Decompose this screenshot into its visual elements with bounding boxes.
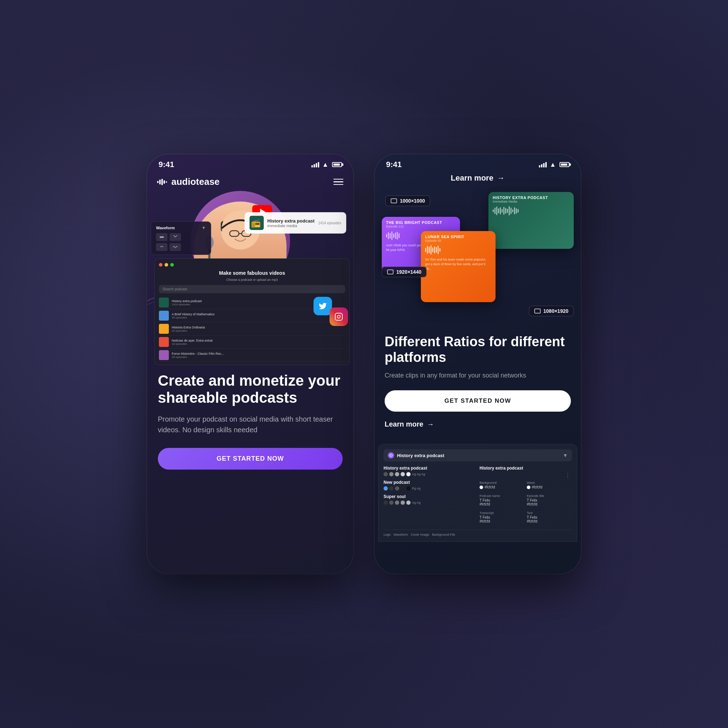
card-lunar-name: Lunar Sea Spirit xyxy=(425,235,491,239)
search-bar[interactable]: Search podcast xyxy=(159,285,345,293)
panel-header-text: History extra podcast xyxy=(397,453,560,458)
arrow-icon-top: → xyxy=(497,173,505,183)
app-title: Make some fabulous videos xyxy=(159,270,345,276)
podcast-title: History extra podcast xyxy=(267,218,315,223)
screen-icon-1920 xyxy=(387,269,393,274)
hero-image-area: 📻 History extra podcast immediate media … xyxy=(147,194,353,344)
tab-cover-image[interactable]: Cover Image xyxy=(411,533,430,537)
crop-btn[interactable] xyxy=(170,233,181,241)
time-left: 9:41 xyxy=(159,160,174,169)
battery-icon xyxy=(332,162,342,167)
svg-rect-1 xyxy=(159,179,161,185)
color-dots-2: Pg Ag xyxy=(384,486,476,491)
podcast-name-label: Podcast name xyxy=(480,494,525,498)
app-subtitle: Choose a podcast or upload an mp3 xyxy=(159,278,345,281)
bg-label: Background xyxy=(480,481,525,485)
podcast-thumb-image: 📻 xyxy=(249,216,264,230)
panel-col-2: History extra podcast ⋮ Background #fcfc… xyxy=(480,466,572,526)
dim-text-1000: 1000×1000 xyxy=(400,198,425,204)
right-phone: 9:41 ▲ Learn more → 1000×1000 xyxy=(375,154,581,574)
list-info-5: Force Misionère - Classic Film Rec... 49… xyxy=(172,352,345,359)
text-val: T Felix#fcfcfd xyxy=(527,515,572,523)
arrow-icon-bottom: → xyxy=(427,420,434,428)
learn-more-label-top: Learn more xyxy=(451,173,493,183)
history-podcast-label-2: History extra podcast xyxy=(480,466,572,471)
status-icons-left: ▲ xyxy=(311,161,342,168)
list-thumb-5 xyxy=(159,350,169,360)
window-dots xyxy=(159,263,345,267)
format-cards-area: 1000×1000 History Extra Podcast Immediat… xyxy=(378,188,577,323)
tab-waveform[interactable]: Waveform xyxy=(393,533,408,537)
podcast-info: History extra podcast immediate media xyxy=(267,218,315,228)
dim-text-1080: 1080×1920 xyxy=(543,308,568,314)
podcast-subtitle: immediate media xyxy=(267,223,315,228)
panel-two-col: History extra podcast Ag Ag Ag New podca… xyxy=(384,466,572,526)
svg-point-18 xyxy=(337,315,340,318)
card-history-waveform xyxy=(492,205,569,216)
wave-val: #fcfcfd xyxy=(532,485,542,489)
svg-text:📻: 📻 xyxy=(251,218,261,228)
list-info-3: Historia Extra Ordinaria 20 episodes xyxy=(172,326,345,332)
card-big-bright-name: The Big Bright Podcast xyxy=(386,220,456,225)
learn-more-bottom[interactable]: Learn more → xyxy=(385,420,571,428)
status-bar-right: 9:41 ▲ xyxy=(375,154,581,173)
logo-wave-icon xyxy=(157,178,168,186)
waveform-label: Waveform xyxy=(156,226,175,230)
panel-dropdown-icon[interactable]: ▼ xyxy=(563,453,568,458)
logo-text: audiotease xyxy=(171,176,220,187)
svg-rect-0 xyxy=(157,181,159,183)
card-lunar: Lunar Sea Spirit Episode 45 So Tom and h… xyxy=(421,231,496,302)
learn-more-header[interactable]: Learn more → xyxy=(375,173,581,188)
episode-title-val: T Felix#fcfcfd xyxy=(527,499,572,506)
transcript-val: T Felix#fcfcfd xyxy=(480,515,525,523)
cta-button-left[interactable]: GET STARTED NOW xyxy=(158,448,343,470)
bg-val: #fcfcfd xyxy=(485,485,495,489)
right-phone-text: Different Ratios for different platforms… xyxy=(375,323,581,444)
panel-podcast-icon xyxy=(388,452,394,459)
svg-point-19 xyxy=(341,315,341,315)
list-thumb-4 xyxy=(159,337,169,347)
right-headline: Different Ratios for different platforms xyxy=(385,334,571,365)
podcast-name-field: Podcast name T Felix#fcfcfd xyxy=(480,494,525,506)
hamburger-menu[interactable] xyxy=(333,179,343,185)
left-phone: 9:41 ▲ xyxy=(147,154,353,574)
signal-icon xyxy=(311,162,319,167)
history-podcast-label: History extra podcast xyxy=(384,466,476,471)
card-big-bright-episode: Episode 121 xyxy=(386,225,456,228)
transcript-field: Transcript T Felix#fcfcfd xyxy=(480,511,525,523)
new-podcast-label: New podcast xyxy=(384,480,476,485)
instagram-icon[interactable] xyxy=(329,307,348,326)
list-info-4: Noticias de ayer. Extra extrat 18 episod… xyxy=(172,339,345,346)
bottom-panel: History extra podcast ▼ History extra po… xyxy=(378,444,577,542)
list-item: Historia Extra Ordinaria 20 episodes xyxy=(159,323,345,336)
podcast-thumbnail: 📻 xyxy=(249,216,264,230)
instagram-svg xyxy=(335,312,343,321)
svg-rect-3 xyxy=(164,180,165,184)
cta-button-right[interactable]: GET STARTED NOW xyxy=(385,390,571,411)
card-history: History Extra Podcast Immediate Media xyxy=(488,192,574,249)
list-thumb-1 xyxy=(159,298,169,307)
dot-red xyxy=(159,263,162,267)
super-soul-label: Super soul xyxy=(384,494,476,499)
nav-header: audiotease xyxy=(147,169,353,194)
tab-logo[interactable]: Logo xyxy=(384,533,391,537)
text-field: Text T Felix#fcfcfd xyxy=(527,511,572,523)
list-thumb-2 xyxy=(159,310,169,321)
svg-rect-17 xyxy=(335,313,342,320)
time-right: 9:41 xyxy=(386,160,402,169)
phones-container: 9:41 ▲ xyxy=(147,154,581,574)
panel-header[interactable]: History extra podcast ▼ xyxy=(384,449,572,461)
waveform-dropdown[interactable]: ▼ xyxy=(202,225,206,230)
main-headline: Create and monetize your shareable podca… xyxy=(158,372,343,407)
card-history-name: History Extra Podcast xyxy=(492,196,569,200)
dimension-badge-1000: 1000×1000 xyxy=(385,196,430,206)
svg-rect-2 xyxy=(161,179,163,185)
wave-btn[interactable] xyxy=(170,243,181,251)
center-btn[interactable] xyxy=(156,233,167,241)
more-options-icon[interactable]: ⋮ xyxy=(565,472,570,479)
waveform-box: Waveform ▼ xyxy=(151,222,211,255)
tab-background-file[interactable]: Background File xyxy=(432,533,455,537)
twitter-svg xyxy=(318,302,327,310)
screen-icon-1000 xyxy=(391,198,397,203)
set-btn[interactable] xyxy=(156,243,167,251)
